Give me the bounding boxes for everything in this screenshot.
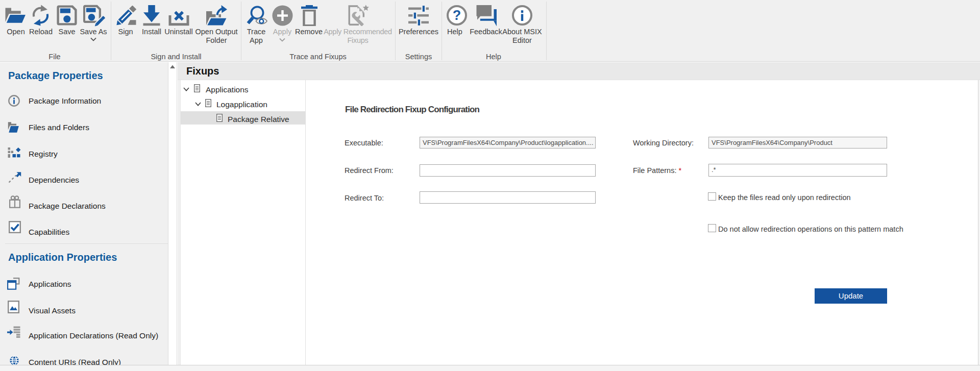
svg-text:?: ?	[453, 8, 461, 23]
